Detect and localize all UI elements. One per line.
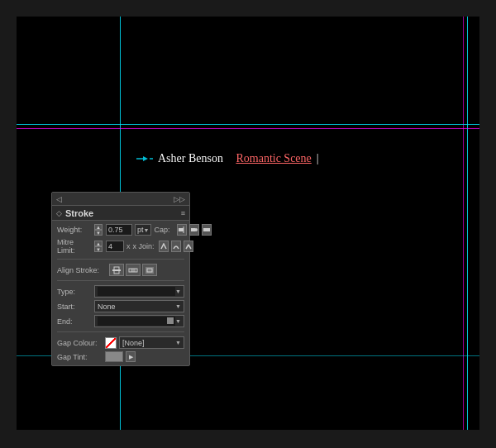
weight-up[interactable]: ▲ [94,224,103,230]
cap-label: Cap: [154,226,174,234]
divider-3 [57,331,184,332]
guide-vertical-2 [467,17,468,430]
mitre-up[interactable]: ▲ [94,241,103,246]
weight-stepper[interactable]: ▲ ▼ [94,224,103,236]
start-value: None [98,303,116,311]
cap-btn-butt[interactable] [177,224,187,236]
mitre-stepper[interactable]: ▲ ▼ [94,241,103,252]
gap-tint-row: Gap Tint: ▶ [57,351,184,362]
stroke-panel: ◁ ▷▷ ◇ Stroke ≡ Weight: ▲ ▼ pt [51,192,190,366]
canvas-text-element[interactable]: Asher Benson Romantic Scene | [136,152,319,165]
guide-horizontal-1 [17,124,479,125]
gap-colour-label: Gap Colour: [57,339,103,347]
text-tool-icon [136,154,153,164]
end-value [98,317,175,326]
gap-colour-value: [None] [122,339,145,347]
svg-rect-11 [131,269,136,272]
text-cursor: | [317,152,319,165]
align-inside-btn[interactable] [126,264,141,276]
svg-marker-1 [143,156,148,161]
mitre-input[interactable] [106,241,124,252]
align-buttons [109,264,157,276]
mitre-row: Mitre Limit: ▲ ▼ x x Join: [57,238,184,255]
panel-title: Stroke [65,208,93,218]
canvas-area: Asher Benson Romantic Scene | ◁ ▷▷ ◇ Str… [0,0,496,448]
panel-titlebar: ◇ Stroke ≡ [52,206,189,221]
type-dropdown[interactable]: ▼ [94,285,184,298]
start-dropdown[interactable]: None ▼ [94,300,184,312]
join-btn-miter[interactable] [159,241,169,252]
cap-btn-round[interactable] [189,224,199,236]
gap-colour-swatch[interactable] [105,337,117,349]
svg-rect-7 [203,228,210,231]
weight-input[interactable] [106,224,132,236]
weight-row: Weight: ▲ ▼ pt ▼ Cap: [57,224,184,236]
join-btn-round[interactable] [171,241,181,252]
align-center-btn[interactable] [109,264,124,276]
mitre-x: x [126,242,131,250]
panel-topbar-left[interactable]: ◁ [56,195,62,203]
guide-vertical-3 [463,17,464,430]
type-row: Type: ▼ [57,285,184,298]
panel-collapse-icon[interactable]: ◇ [56,209,62,217]
panel-titlebar-left: ◇ Stroke [56,208,93,218]
start-row: Start: None ▼ [57,300,184,312]
svg-rect-13 [145,267,154,274]
text-name: Asher Benson [158,152,223,165]
align-outside-btn[interactable] [142,264,157,276]
gap-colour-dropdown[interactable]: [None] ▼ [119,336,184,349]
panel-menu-button[interactable]: ≡ [181,209,185,217]
gap-tint-label: Gap Tint: [57,353,103,361]
weight-label: Weight: [57,226,92,234]
gap-colour-row: Gap Colour: [None] ▼ [57,336,184,349]
weight-unit-dropdown[interactable]: pt ▼ [135,224,151,236]
align-row: Align Stroke: [57,264,184,276]
align-label: Align Stroke: [57,266,107,274]
guide-horizontal-2 [17,128,479,129]
end-label: End: [57,317,92,326]
panel-topbar-right[interactable]: ▷▷ [174,195,185,203]
panel-body: Weight: ▲ ▼ pt ▼ Cap: [52,221,189,365]
join-btn-bevel[interactable] [184,241,193,252]
end-dropdown[interactable]: ▼ [94,315,184,327]
weight-down[interactable]: ▼ [94,230,103,236]
text-linked: Romantic Scene [236,152,311,165]
start-label: Start: [57,303,92,311]
mitre-down[interactable]: ▼ [94,246,103,252]
panel-topbar: ◁ ▷▷ [52,193,189,206]
divider-2 [57,280,184,281]
divider-1 [57,259,184,260]
cap-btn-square[interactable] [202,224,212,236]
gap-tint-btn[interactable]: ▶ [126,351,136,362]
svg-rect-3 [179,228,184,231]
join-label: x Join: [133,242,156,250]
type-label: Type: [57,288,92,296]
mitre-label: Mitre Limit: [57,238,92,255]
type-value [98,287,175,296]
svg-point-6 [194,228,198,231]
gap-tint-swatch [105,351,123,362]
end-row: End: ▼ [57,315,184,327]
